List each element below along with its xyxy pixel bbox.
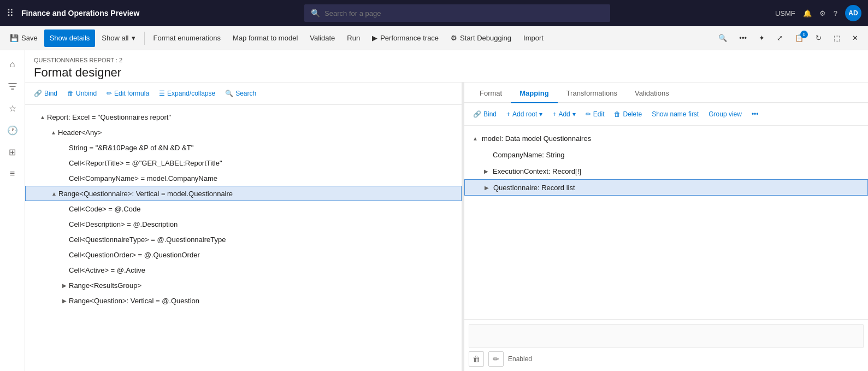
sidebar-icon-workspace[interactable]: ⊞ [3,142,22,162]
add-root-button[interactable]: + Add root ▾ [502,107,547,122]
settings-toolbar-button[interactable]: ✦ [753,30,770,47]
pencil-icon-formula: ✏ [493,355,499,363]
tree-item[interactable]: Cell<QuestionOrder> = @.QuestionOrder [25,247,462,262]
tree-item[interactable]: ▶ Range<Question>: Vertical = @.Question [25,293,462,308]
sidebar-icon-list[interactable]: ≡ [3,164,22,184]
help-icon[interactable]: ? [834,9,837,17]
tree-toggle-right[interactable]: ▲ [471,136,480,142]
tree-item-selected[interactable]: ▲ Range<Questionnaire>: Vertical = model… [25,186,462,201]
page-title: Format designer [34,66,859,80]
tab-mapping[interactable]: Mapping [511,84,557,103]
search-icon-left: 🔍 [225,90,233,97]
map-format-button[interactable]: Map format to model [227,30,303,47]
tree-item[interactable]: Cell<ReportTitle> = @"GER_LABEL:ReportTi… [25,155,462,170]
page-header: QUESTIONNAIRES REPORT : 2 Format designe… [25,50,868,83]
more-options-button[interactable]: ••• [734,30,752,47]
delete-button-right[interactable]: 🗑 Delete [610,107,646,122]
show-details-button[interactable]: Show details [44,30,96,47]
tree-toggle[interactable]: ▲ [49,128,58,137]
edit-button-right[interactable]: ✏ Edit [581,107,609,122]
badge-button[interactable]: 📋 0 [789,30,809,47]
pencil-icon: ✏ [107,90,112,97]
formula-delete-button[interactable]: 🗑 [469,351,484,367]
tree-toggle[interactable]: ▲ [50,189,58,198]
format-enumerations-button[interactable]: Format enumerations [148,30,227,47]
sidebar-icon-filter[interactable] [3,76,22,96]
edit-formula-button[interactable]: ✏ Edit formula [102,86,153,101]
tree-item[interactable]: Cell<Active> = @.Active [25,262,462,278]
tree-item[interactable]: ▲ Header<Any> [25,125,462,140]
unbind-button[interactable]: 🗑 Unbind [63,86,101,101]
right-tree-item[interactable]: CompanyName: String [464,146,868,163]
link-icon: 🔗 [34,90,42,97]
content: QUESTIONNAIRES REPORT : 2 Format designe… [25,50,868,371]
close-button[interactable]: ✕ [847,30,864,47]
import-button[interactable]: Import [518,30,549,47]
tree-item[interactable]: Cell<Description> = @.Description [25,216,462,232]
run-button[interactable]: Run [341,30,365,47]
validate-button[interactable]: Validate [304,30,340,47]
formula-edit-button[interactable]: ✏ [488,351,504,367]
formula-footer: 🗑 ✏ Enabled [469,351,864,367]
tree-item[interactable]: ▲ Report: Excel = "Questionnaires report… [25,109,462,125]
right-tree-item[interactable]: ▶ ExecutionContext: Record[!] [464,163,868,179]
divider [144,32,145,45]
show-name-first-button[interactable]: Show name first [647,107,703,122]
search-input[interactable] [324,9,604,17]
pop-out-button[interactable]: ⬚ [828,30,846,47]
right-panel: Format Mapping Transformations Validatio… [464,83,868,371]
search-bar[interactable]: 🔍 [304,4,610,22]
tree-item[interactable]: ▶ Range<ResultsGroup> [25,278,462,293]
formula-input[interactable] [469,324,864,348]
show-all-button[interactable]: Show all ▾ [96,30,140,47]
tab-bar: Format Mapping Transformations Validatio… [464,83,868,103]
chevron-down-icon-add: ▾ [572,110,576,118]
tree-item[interactable]: Cell<CompanyName> = model.CompanyName [25,170,462,186]
tree-toggle[interactable]: ▲ [38,113,47,121]
sidebar-icon-home[interactable]: ⌂ [3,55,22,74]
expand-collapse-button[interactable]: ☰ Expand/collapse [155,86,220,101]
tab-validations[interactable]: Validations [626,84,678,103]
more-right-button[interactable]: ••• [747,107,763,122]
formula-area: 🗑 ✏ Enabled [464,319,868,371]
group-view-button[interactable]: Group view [704,107,746,122]
top-nav: ⠿ Finance and Operations Preview 🔍 USMF … [0,0,868,26]
tree-toggle[interactable]: ▶ [60,296,69,305]
notification-icon[interactable]: 🔔 [803,9,812,17]
bind-button-right[interactable]: 🔗 Bind [469,107,501,122]
save-button[interactable]: 💾 Save [4,30,43,47]
breadcrumb: QUESTIONNAIRES REPORT : 2 [34,57,859,63]
refresh-button[interactable]: ↻ [810,30,827,47]
bind-button-left[interactable]: 🔗 Bind [29,86,62,101]
tree-item[interactable]: Cell<QuestionnaireType> = @.Questionnair… [25,232,462,247]
start-debugging-button[interactable]: ⚙ Start Debugging [445,30,517,47]
unlink-icon: 🗑 [67,90,74,97]
panels: 🔗 Bind 🗑 Unbind ✏ Edit formula ☰ Expand/… [25,83,868,371]
right-tree-item[interactable]: ▲ model: Data model Questionnaires [464,130,868,146]
tab-transformations[interactable]: Transformations [558,84,626,103]
add-button-right[interactable]: + Add ▾ [548,107,580,122]
right-tree-item-selected[interactable]: ▶ Questionnaire: Record list [464,179,868,196]
sidebar-icon-star[interactable]: ☆ [3,98,22,118]
settings-icon[interactable]: ⚙ [819,9,826,17]
tab-format[interactable]: Format [471,84,511,103]
chevron-down-icon-root: ▾ [539,110,542,118]
tree-toggle-right-exec[interactable]: ▶ [482,168,491,174]
sidebar-icon-recent[interactable]: 🕐 [3,120,22,140]
search-toolbar-button[interactable]: 🔍 [713,30,733,47]
waffle-icon[interactable]: ⠿ [7,7,14,19]
trash-icon-formula: 🗑 [473,355,480,363]
search-button-left[interactable]: 🔍 Search [221,86,261,101]
expand-button[interactable]: ⤢ [771,30,788,47]
usmf-label: USMF [775,9,795,17]
tree-item[interactable]: String = "&R&10Page &P of &N &D &T" [25,140,462,155]
save-icon: 💾 [10,34,19,42]
link-icon-right: 🔗 [473,110,481,118]
performance-trace-button[interactable]: ▶ Performance trace [367,30,444,47]
avatar[interactable]: AD [845,5,861,21]
search-icon: 🔍 [311,9,320,17]
tree-toggle[interactable]: ▶ [60,281,69,290]
tree-item[interactable]: Cell<Code> = @.Code [25,201,462,216]
left-toolbar: 🔗 Bind 🗑 Unbind ✏ Edit formula ☰ Expand/… [25,83,462,105]
tree-toggle-right-quest[interactable]: ▶ [482,185,491,191]
